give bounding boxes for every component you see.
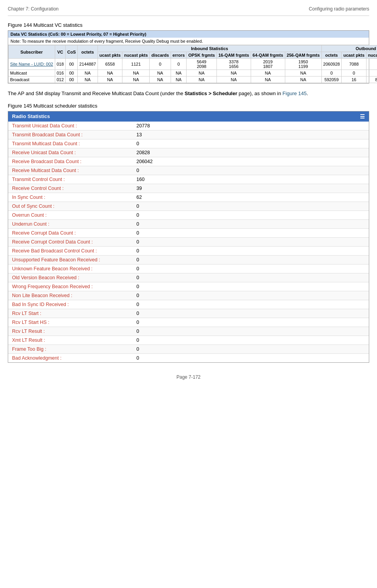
table-row: Old Version Beacon Received : 0 [8, 273, 369, 282]
col-64qam: 64-QAM frgmts [251, 52, 285, 59]
table-row: Receive Corrupt Control Data Count : 0 [8, 237, 369, 246]
minimize-button[interactable]: ☰ [360, 113, 365, 120]
stat-value: 0 [133, 210, 369, 219]
col-16qam: 16-QAM frgmts [216, 52, 251, 59]
body-paragraph: The AP and SM display Transmit and Recei… [8, 90, 369, 97]
chapter-label: Chapter 7: Configuration [8, 6, 59, 12]
stat-value: 0 [133, 246, 369, 255]
stat-value: 0 [133, 264, 369, 273]
table-row: Bad Acknowledgment : 0 [8, 353, 369, 362]
col-errors-in: errors [171, 52, 187, 59]
col-opsk: OPSK frgmts [187, 52, 216, 59]
figure145-link[interactable]: Figure 145 [283, 90, 307, 96]
col-ucast-pkts-in: ucast pkts [98, 52, 122, 59]
stat-label: Receive Unicast Data Count : [8, 148, 133, 157]
radio-stats-title: Radio Statistics [12, 113, 50, 119]
stat-value: 0 [133, 255, 369, 264]
subscriber-name[interactable]: Site Name - LUID: 002 [9, 59, 55, 70]
stat-label: Transmit Multicast Data Count : [8, 139, 133, 148]
stat-value: 0 [133, 327, 369, 336]
stat-label: Rcv LT Start HS : [8, 318, 133, 327]
col-nucast-pkts-out: nucast pkts [366, 52, 377, 59]
stat-value: 20778 [133, 122, 369, 130]
col-vc: VC [55, 45, 65, 59]
col-discards-in: discards [150, 52, 171, 59]
table-row: Transmit Broadcast Data Count : 13 [8, 130, 369, 139]
stat-label: Transmit Control Count : [8, 175, 133, 184]
table-row: Receive Multicast Data Count : 0 [8, 166, 369, 175]
stat-label: Xmt LT Result : [8, 336, 133, 344]
outbound-stats-header: Outbound Statistics [321, 45, 377, 52]
table-row: Wrong Frequency Beacon Received : 0 [8, 282, 369, 291]
stat-label: Transmit Unicast Data Count : [8, 122, 133, 130]
stat-value: 0 [133, 166, 369, 175]
col-ucast-pkts-out: ucast pkts [342, 52, 366, 59]
table-row: Rcv LT Start HS : 0 [8, 318, 369, 327]
table-row: Bad In Sync ID Received : 0 [8, 300, 369, 309]
table-row: In Sync Count : 62 [8, 193, 369, 202]
col-cos: CoS [66, 45, 78, 59]
stat-label: Receive Corrupt Data Count : [8, 228, 133, 237]
table-row: Xmt LT Result : 0 [8, 336, 369, 344]
table-row: Receive Bad Broadcast Control Count : 0 [8, 246, 369, 255]
stat-value: 0 [133, 219, 369, 228]
stat-label: Old Version Beacon Received : [8, 273, 133, 282]
table-row: Receive Control Count : 39 [8, 184, 369, 193]
stat-label: Frame Too Big : [8, 344, 133, 353]
stat-value: 160 [133, 175, 369, 184]
stat-label: Wrong Frequency Beacon Received : [8, 282, 133, 291]
stat-label: Bad Acknowledgment : [8, 353, 133, 362]
stat-label: Non Lite Beacon Received : [8, 291, 133, 300]
table-row: Transmit Unicast Data Count : 20778 [8, 122, 369, 130]
page-header: Chapter 7: Configuration Configuring rad… [8, 4, 369, 16]
table-row: Overrun Count : 0 [8, 210, 369, 219]
stat-value: 206042 [133, 157, 369, 166]
vc-stats-table: Subscriber VC CoS octets Inbound Statist… [8, 45, 377, 83]
col-nucast-pkts-in: nucast pkts [122, 52, 150, 59]
col-256qam: 256-QAM frgmts [285, 52, 321, 59]
stat-label: Rcv LT Result : [8, 327, 133, 336]
table-row: Receive Corrupt Data Count : 0 [8, 228, 369, 237]
stat-value: 62 [133, 193, 369, 202]
table-row: Unsupported Feature Beacon Received : 0 [8, 255, 369, 264]
table-row: Receive Unicast Data Count : 20828 [8, 148, 369, 157]
stat-label: Rcv LT Start : [8, 309, 133, 318]
col-subscriber: Subscriber [9, 45, 55, 59]
stat-value: 39 [133, 184, 369, 193]
vc-stats-panel: Data VC Statistics (CoS: 00 = Lowest Pri… [8, 30, 369, 84]
stat-value: 0 [133, 336, 369, 344]
radio-stats-table: Transmit Unicast Data Count : 20778 Tran… [8, 122, 369, 362]
stat-value: 0 [133, 344, 369, 353]
stat-label: Unknown Feature Beacon Received : [8, 264, 133, 273]
table-row: Underrun Count : 0 [8, 219, 369, 228]
stat-label: Receive Multicast Data Count : [8, 166, 133, 175]
figure144-title: Figure 144 Multicast VC statistics [8, 22, 369, 28]
table-row: Out of Sync Count : 0 [8, 202, 369, 210]
page-footer: Page 7-172 [8, 374, 369, 380]
table-row: Unknown Feature Beacon Received : 0 [8, 264, 369, 273]
stat-label: Receive Broadcast Data Count : [8, 157, 133, 166]
stat-label: Transmit Broadcast Data Count : [8, 130, 133, 139]
stat-label: Receive Control Count : [8, 184, 133, 193]
table-row: Rcv LT Start : 0 [8, 309, 369, 318]
radio-stats-header: Radio Statistics ☰ [8, 111, 369, 122]
stat-value: 0 [133, 273, 369, 282]
stat-label: Underrun Count : [8, 219, 133, 228]
stat-label: Receive Corrupt Control Data Count : [8, 237, 133, 246]
table-row: Broadcast 012 00 NA NA NA NA NA NA NA NA… [9, 77, 377, 83]
stat-value: 0 [133, 282, 369, 291]
vc-stats-header: Data VC Statistics (CoS: 00 = Lowest Pri… [8, 31, 369, 38]
stat-label: Overrun Count : [8, 210, 133, 219]
table-row: Receive Broadcast Data Count : 206042 [8, 157, 369, 166]
stat-value: 0 [133, 318, 369, 327]
stat-value: 13 [133, 130, 369, 139]
stat-value: 0 [133, 228, 369, 237]
stat-label: Receive Bad Broadcast Control Count : [8, 246, 133, 255]
stat-label: Bad In Sync ID Received : [8, 300, 133, 309]
vc-stats-note: Note: To measure the receive modulation … [8, 38, 369, 45]
stat-label: Out of Sync Count : [8, 202, 133, 210]
stat-value: 0 [133, 353, 369, 362]
col-octets-out: octets [321, 52, 342, 59]
figure145-title: Figure 145 Multicast scheduler statistic… [8, 103, 369, 109]
stat-value: 0 [133, 237, 369, 246]
